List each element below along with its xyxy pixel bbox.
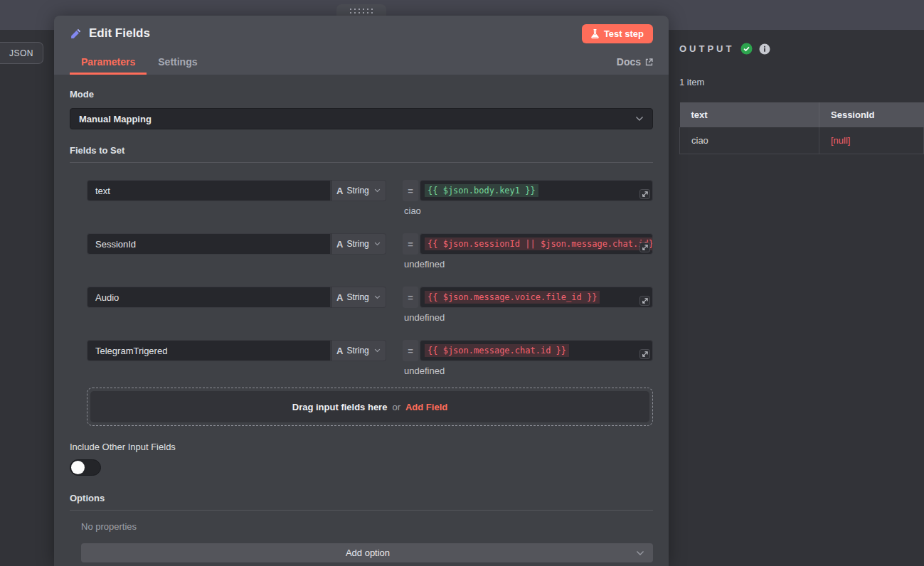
expand-expression-button[interactable] bbox=[639, 349, 650, 359]
expression-text: {{ $json.message.voice.file_id }} bbox=[425, 291, 600, 304]
string-type-icon: A bbox=[336, 346, 343, 356]
output-cell-text: ciao bbox=[680, 127, 819, 154]
expression-text: {{ $json.sessionId || $json.message.chat… bbox=[425, 237, 653, 250]
include-other-fields-toggle[interactable] bbox=[70, 459, 101, 476]
expression-result-hint: undefined bbox=[404, 259, 653, 269]
tab-parameters-label: Parameters bbox=[81, 56, 135, 68]
expand-expression-button[interactable] bbox=[639, 242, 650, 252]
expression-text: {{ $json.message.chat.id }} bbox=[425, 344, 569, 357]
chevron-down-icon bbox=[635, 116, 644, 122]
output-table-header-row: text SessionId bbox=[680, 102, 924, 127]
success-check-icon bbox=[740, 43, 753, 55]
expand-expression-button[interactable] bbox=[639, 296, 650, 306]
field-name-input[interactable] bbox=[87, 233, 331, 255]
chevron-down-icon bbox=[374, 348, 381, 353]
field-row: A String = {{ $json.body.key1 }} bbox=[87, 180, 653, 216]
field-value-expression-input[interactable]: {{ $json.sessionId || $json.message.chat… bbox=[420, 233, 653, 255]
expression-result-hint: ciao bbox=[404, 205, 653, 216]
chevron-down-icon bbox=[636, 550, 644, 556]
expand-expression-icon bbox=[642, 351, 648, 358]
drag-drop-zone[interactable]: Drag input fields here or Add Field bbox=[87, 388, 653, 426]
field-type-value: String bbox=[346, 239, 371, 249]
chevron-down-icon bbox=[374, 242, 381, 246]
expression-result-hint: undefined bbox=[404, 365, 653, 376]
field-type-select[interactable]: A String bbox=[331, 233, 386, 255]
chevron-down-icon bbox=[374, 188, 381, 193]
docs-link[interactable]: Docs bbox=[617, 56, 653, 75]
mode-select[interactable]: Manual Mapping bbox=[70, 108, 653, 129]
field-type-select[interactable]: A String bbox=[331, 340, 386, 361]
drag-handle-dots-icon bbox=[350, 9, 373, 14]
field-value-expression-input[interactable]: {{ $json.message.chat.id }} bbox=[420, 340, 653, 361]
drag-zone-text: Drag input fields here bbox=[292, 402, 388, 412]
drag-zone-or-text: or bbox=[392, 402, 400, 412]
field-name-input[interactable] bbox=[87, 340, 331, 361]
equals-sign: = bbox=[403, 180, 418, 201]
node-title: Edit Fields bbox=[89, 26, 582, 41]
tab-settings[interactable]: Settings bbox=[147, 56, 208, 75]
add-option-button[interactable]: Add option bbox=[81, 543, 653, 562]
output-table-row[interactable]: ciao [null] bbox=[680, 127, 924, 154]
equals-sign: = bbox=[403, 233, 418, 255]
output-cell-sessionid: [null] bbox=[819, 127, 924, 154]
node-settings-header: Edit Fields Test step Parameters Setting… bbox=[54, 16, 669, 75]
field-type-value: String bbox=[346, 186, 371, 196]
string-type-icon: A bbox=[336, 186, 343, 196]
output-item-count: 1 item bbox=[679, 77, 924, 87]
expand-expression-icon bbox=[642, 245, 648, 251]
field-type-value: String bbox=[346, 346, 371, 356]
output-title: OUTPUT bbox=[679, 43, 734, 54]
expand-expression-icon bbox=[642, 298, 648, 304]
options-label: Options bbox=[70, 493, 653, 511]
equals-sign: = bbox=[403, 340, 418, 361]
add-field-link[interactable]: Add Field bbox=[405, 402, 447, 412]
tab-parameters[interactable]: Parameters bbox=[70, 56, 147, 75]
equals-sign: = bbox=[403, 287, 418, 308]
mode-label: Mode bbox=[70, 89, 653, 100]
mode-select-value: Manual Mapping bbox=[79, 114, 635, 124]
flask-icon bbox=[591, 29, 599, 38]
output-column-header[interactable]: text bbox=[680, 102, 819, 127]
field-row: A String = {{ $json.message.chat.id }} bbox=[87, 340, 653, 376]
test-step-label: Test step bbox=[604, 28, 644, 39]
field-type-value: String bbox=[346, 292, 371, 302]
output-column-header[interactable]: SessionId bbox=[819, 102, 924, 127]
fields-to-set-label: Fields to Set bbox=[70, 145, 653, 163]
field-row: A String = {{ $json.sessionId || $json.m… bbox=[87, 233, 653, 269]
field-type-select[interactable]: A String bbox=[331, 180, 386, 201]
string-type-icon: A bbox=[336, 292, 343, 303]
add-option-label: Add option bbox=[90, 548, 636, 558]
tab-settings-label: Settings bbox=[158, 56, 197, 68]
include-other-fields-label: Include Other Input Fields bbox=[70, 442, 653, 452]
json-side-tab-label: JSON bbox=[9, 48, 33, 58]
info-icon[interactable] bbox=[759, 43, 770, 55]
docs-link-label: Docs bbox=[617, 56, 641, 68]
field-value-expression-input[interactable]: {{ $json.body.key1 }} bbox=[420, 180, 653, 201]
field-name-input[interactable] bbox=[87, 287, 331, 308]
output-panel: OUTPUT 1 item text SessionId ciao [null] bbox=[679, 43, 924, 154]
test-step-button[interactable]: Test step bbox=[582, 24, 653, 43]
json-side-tab[interactable]: JSON bbox=[0, 42, 43, 64]
toggle-knob bbox=[71, 461, 85, 474]
string-type-icon: A bbox=[336, 239, 343, 250]
field-name-input[interactable] bbox=[87, 180, 331, 201]
field-row: A String = {{ $json.message.voice.file_i… bbox=[87, 287, 653, 323]
expand-expression-icon bbox=[642, 191, 648, 198]
external-link-icon bbox=[645, 58, 653, 66]
pencil-icon bbox=[70, 28, 82, 40]
field-value-expression-input[interactable]: {{ $json.message.voice.file_id }} bbox=[420, 287, 653, 308]
expression-result-hint: undefined bbox=[404, 312, 653, 323]
field-type-select[interactable]: A String bbox=[331, 287, 386, 308]
chevron-down-icon bbox=[374, 295, 381, 299]
node-settings-panel: Edit Fields Test step Parameters Setting… bbox=[54, 16, 669, 566]
output-table: text SessionId ciao [null] bbox=[679, 102, 924, 154]
options-empty-text: No properties bbox=[81, 521, 653, 532]
expand-expression-button[interactable] bbox=[639, 189, 650, 199]
expression-text: {{ $json.body.key1 }} bbox=[425, 184, 538, 197]
